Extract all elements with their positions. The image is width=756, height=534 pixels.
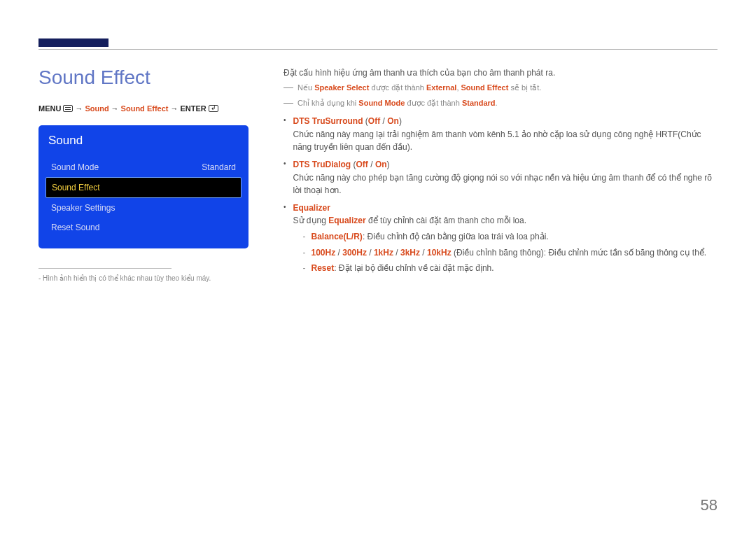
osd-item-reset-sound[interactable]: Reset Sound [46, 218, 241, 237]
text: (Điều chỉnh băng thông): Điều chỉnh mức … [451, 248, 707, 258]
bullet-trusurround: • DTS TruSurround (Off / On) Chức năng n… [284, 115, 718, 154]
term-equalizer: Equalizer [328, 216, 365, 225]
footnote-separator [38, 268, 172, 269]
osd-item-label: Sound Mode [51, 162, 99, 172]
text: ) [387, 160, 390, 169]
sub-balance: - Balance(L/R): Điều chỉnh độ cân bằng g… [303, 230, 718, 244]
breadcrumb-seg-sound: Sound [85, 104, 108, 113]
menu-icon [63, 105, 73, 112]
sub-frequencies: - 100Hz / 300Hz / 1kHz / 3kHz / 10kHz (Đ… [303, 246, 718, 260]
osd-item-label: Reset Sound [51, 223, 99, 232]
text: . [496, 99, 498, 107]
breadcrumb-menu: MENU [38, 104, 61, 113]
feature-desc: Chức năng này mang lại trải nghiệm âm th… [293, 128, 718, 154]
feature-name: DTS TruSurround [293, 116, 363, 126]
text: để tùy chỉnh cài đặt âm thanh cho mỗi lo… [366, 216, 526, 225]
content-column: Đặt cấu hình hiệu ứng âm thanh ưa thích … [284, 66, 718, 282]
text: / [367, 248, 374, 258]
term-sound-effect: Sound Effect [461, 83, 509, 92]
text: ) [399, 116, 402, 126]
text: được đặt thành [369, 83, 426, 92]
osd-panel: Sound Sound Mode Standard Sound Effect S… [38, 125, 248, 248]
osd-item-label: Sound Effect [52, 183, 100, 192]
freq-1khz: 1kHz [374, 248, 393, 258]
header-accent [38, 38, 108, 47]
osd-item-value: Standard [202, 162, 236, 172]
bullet-mark-icon: • [284, 115, 286, 154]
bullet-equalizer: • Equalizer Sử dụng Equalizer để tùy chỉ… [284, 202, 718, 275]
text: / [380, 116, 387, 126]
bullet-mark-icon: • [284, 158, 286, 197]
osd-title: Sound [46, 134, 241, 148]
term-sound-mode: Sound Mode [358, 99, 405, 107]
osd-item-sound-mode[interactable]: Sound Mode Standard [46, 157, 241, 177]
option-off: Off [356, 160, 368, 169]
header-rule [38, 49, 718, 50]
osd-item-speaker-settings[interactable]: Speaker Settings [46, 198, 241, 218]
freq-10khz: 10kHz [427, 248, 451, 258]
arrow-icon: → [111, 104, 119, 113]
footnote-text: Hình ảnh hiển thị có thể khác nhau tùy t… [43, 274, 211, 282]
term-standard: Standard [462, 99, 496, 107]
text: ( [363, 116, 368, 126]
term-reset: Reset [312, 263, 335, 273]
dash-icon: - [303, 262, 306, 275]
feature-name: DTS TruDialog [293, 160, 351, 169]
bullet-mark-icon: • [284, 202, 286, 275]
footnote: - Hình ảnh hiển thị có thể khác nhau tùy… [38, 274, 255, 282]
dash-icon: ― [284, 97, 293, 108]
text: được đặt thành [405, 99, 462, 107]
term-balance: Balance(L/R) [312, 232, 363, 241]
option-on: On [387, 116, 399, 126]
text: / [368, 160, 375, 169]
text: sẽ bị tắt. [508, 83, 541, 92]
freq-100hz: 100Hz [312, 248, 336, 258]
text: : Đặt lại bộ điều chỉnh về cài đặt mặc đ… [334, 263, 493, 273]
feature-desc: Chức năng này cho phép bạn tăng cường độ… [293, 171, 718, 197]
condition-line-1: ― Nếu Speaker Select được đặt thành Exte… [284, 82, 718, 94]
option-on: On [375, 160, 387, 169]
text: Sử dụng [293, 216, 329, 225]
condition-line-2: ― Chỉ khả dụng khi Sound Mode được đặt t… [284, 97, 718, 110]
text: : Điều chỉnh độ cân bằng giữa loa trái v… [363, 232, 549, 241]
option-off: Off [368, 116, 380, 126]
osd-item-label: Speaker Settings [51, 203, 115, 213]
arrow-icon: → [170, 104, 178, 113]
page-number: 58 [701, 496, 718, 514]
osd-item-sound-effect[interactable]: Sound Effect [46, 177, 241, 198]
page-title: Sound Effect [38, 66, 255, 89]
freq-300hz: 300Hz [342, 248, 367, 258]
text: ( [351, 160, 356, 169]
text: / [335, 248, 342, 258]
term-speaker-select: Speaker Select [314, 83, 369, 92]
text: / [420, 248, 427, 258]
breadcrumb-seg-soundeffect: Sound Effect [121, 104, 169, 113]
freq-3khz: 3kHz [400, 248, 420, 258]
enter-icon [209, 105, 218, 112]
sub-reset: - Reset: Đặt lại bộ điều chỉnh về cài đặ… [303, 262, 718, 275]
bullet-trudialog: • DTS TruDialog (Off / On) Chức năng này… [284, 158, 718, 197]
intro-text: Đặt cấu hình hiệu ứng âm thanh ưa thích … [284, 66, 718, 79]
term-external: External [426, 83, 456, 92]
breadcrumb-enter: ENTER [180, 104, 206, 113]
dash-icon: ― [284, 82, 293, 92]
text: / [393, 248, 400, 258]
text: Nếu [298, 83, 314, 92]
text: Chỉ khả dụng khi [298, 99, 358, 107]
arrow-icon: → [75, 104, 83, 113]
dash-icon: - [303, 246, 306, 260]
feature-name: Equalizer [293, 203, 330, 213]
dash-icon: - [303, 230, 306, 244]
breadcrumb: MENU → Sound → Sound Effect → ENTER [38, 104, 255, 113]
